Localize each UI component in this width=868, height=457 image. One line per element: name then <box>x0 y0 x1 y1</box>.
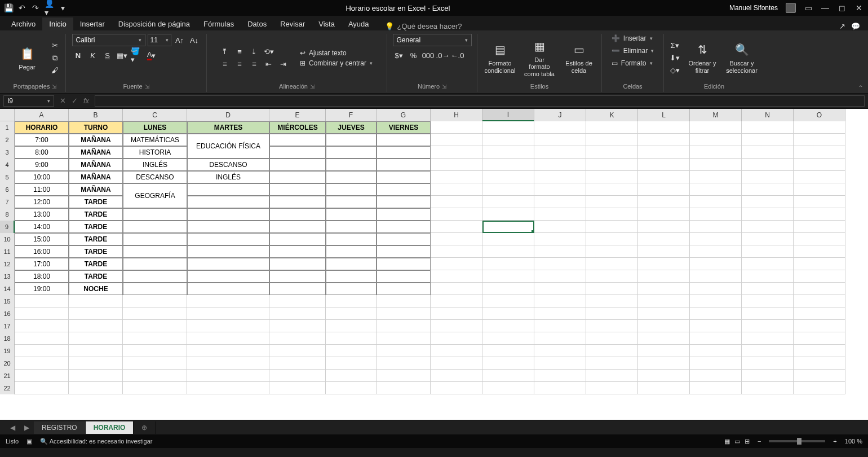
cell-J12[interactable] <box>534 258 586 270</box>
cell-I17[interactable] <box>482 320 534 332</box>
cell-O15[interactable] <box>794 295 845 307</box>
cell-O18[interactable] <box>794 332 845 345</box>
cell-M17[interactable] <box>690 320 742 332</box>
cell-D4[interactable]: DESCANSO <box>187 159 269 171</box>
cell-N3[interactable] <box>742 146 794 159</box>
cell-O16[interactable] <box>794 307 845 320</box>
view-normal-icon[interactable]: ▦ <box>724 438 730 445</box>
cell-B16[interactable] <box>69 307 123 320</box>
cell-K4[interactable] <box>586 159 638 171</box>
cell-K18[interactable] <box>586 332 638 345</box>
cell-H17[interactable] <box>431 320 482 332</box>
cell-I11[interactable] <box>482 245 534 258</box>
cell-N14[interactable] <box>742 283 794 295</box>
cell-M22[interactable] <box>690 382 742 394</box>
cell-J14[interactable] <box>534 283 586 295</box>
cell-D11[interactable] <box>187 245 269 258</box>
cell-N21[interactable] <box>742 370 794 382</box>
cell-L10[interactable] <box>638 233 690 245</box>
cell-B3[interactable]: MAÑANA <box>69 146 123 159</box>
cell-H4[interactable] <box>431 159 482 171</box>
cell-B8[interactable]: TARDE <box>69 208 123 221</box>
cell-B15[interactable] <box>69 295 123 307</box>
decrease-font-icon[interactable]: A↓ <box>188 34 201 46</box>
share-icon[interactable]: ↗ <box>839 22 845 30</box>
cell-L18[interactable] <box>638 332 690 345</box>
launcher-icon[interactable]: ⇲ <box>52 84 56 90</box>
cell-K1[interactable] <box>586 121 638 134</box>
cell-A22[interactable] <box>15 382 69 394</box>
number-format-combo[interactable]: General▾ <box>393 34 472 46</box>
cell-G7[interactable] <box>377 196 431 208</box>
cell-I3[interactable] <box>482 146 534 159</box>
row-header-15[interactable]: 15 <box>0 295 15 307</box>
cell-styles-button[interactable]: ▭Estilos de celda <box>561 41 597 74</box>
tab-revisar[interactable]: Revisar <box>273 17 312 30</box>
cell-L19[interactable] <box>638 345 690 357</box>
row-header-16[interactable]: 16 <box>0 307 15 320</box>
cell-J19[interactable] <box>534 345 586 357</box>
cell-D2[interactable]: EDUCACIÓN FÍSICA <box>187 134 269 159</box>
cell-C13[interactable] <box>123 270 187 283</box>
cell-K5[interactable] <box>586 171 638 183</box>
paste-button[interactable]: 📋 Pegar <box>9 45 45 72</box>
cell-K14[interactable] <box>586 283 638 295</box>
tab-datos[interactable]: Datos <box>241 17 273 30</box>
cell-L14[interactable] <box>638 283 690 295</box>
cell-E14[interactable] <box>269 283 326 295</box>
cell-B12[interactable]: TARDE <box>69 258 123 270</box>
cell-B7[interactable]: TARDE <box>69 196 123 208</box>
cell-K20[interactable] <box>586 357 638 370</box>
cell-G5[interactable] <box>377 171 431 183</box>
enter-formula-icon[interactable]: ✓ <box>72 96 78 105</box>
cell-O12[interactable] <box>794 258 845 270</box>
column-header-M[interactable]: M <box>690 109 742 121</box>
font-size-combo[interactable]: 11▾ <box>148 34 171 46</box>
cell-O4[interactable] <box>794 159 845 171</box>
cell-C20[interactable] <box>123 357 187 370</box>
cell-K22[interactable] <box>586 382 638 394</box>
sort-filter-button[interactable]: ⇅Ordenar y filtrar <box>684 41 720 74</box>
cell-M20[interactable] <box>690 357 742 370</box>
cell-K17[interactable] <box>586 320 638 332</box>
find-select-button[interactable]: 🔍Buscar y seleccionar <box>724 41 760 74</box>
avatar[interactable] <box>786 3 796 13</box>
cell-J15[interactable] <box>534 295 586 307</box>
cell-G14[interactable] <box>377 283 431 295</box>
cell-K21[interactable] <box>586 370 638 382</box>
column-header-O[interactable]: O <box>794 109 845 121</box>
cell-L8[interactable] <box>638 208 690 221</box>
cell-D22[interactable] <box>187 382 269 394</box>
indent-decrease-icon[interactable]: ⇤ <box>263 59 275 70</box>
cell-O21[interactable] <box>794 370 845 382</box>
qat-more-icon[interactable]: ▾ <box>59 4 67 12</box>
cell-M5[interactable] <box>690 171 742 183</box>
percent-icon[interactable]: % <box>408 50 420 61</box>
cell-H21[interactable] <box>431 370 482 382</box>
view-pagebreak-icon[interactable]: ⊞ <box>745 438 750 445</box>
cell-F18[interactable] <box>326 332 377 345</box>
cell-H6[interactable] <box>431 183 482 196</box>
cell-H2[interactable] <box>431 134 482 146</box>
autosum-icon[interactable]: Σ▾ <box>668 40 681 51</box>
cell-O2[interactable] <box>794 134 845 146</box>
cell-K9[interactable] <box>586 221 638 233</box>
orientation-icon[interactable]: ⟲▾ <box>263 46 275 58</box>
row-header-20[interactable]: 20 <box>0 357 15 370</box>
macro-record-icon[interactable]: ▣ <box>26 438 32 445</box>
cell-I4[interactable] <box>482 159 534 171</box>
select-all-corner[interactable] <box>0 109 15 121</box>
formula-input[interactable] <box>95 95 865 107</box>
cell-E19[interactable] <box>269 345 326 357</box>
cell-E10[interactable] <box>269 233 326 245</box>
row-header-12[interactable]: 12 <box>0 258 15 270</box>
cell-J1[interactable] <box>534 121 586 134</box>
align-right-icon[interactable]: ≡ <box>248 59 260 70</box>
cell-E15[interactable] <box>269 295 326 307</box>
cell-M15[interactable] <box>690 295 742 307</box>
cell-C14[interactable] <box>123 283 187 295</box>
cell-D17[interactable] <box>187 320 269 332</box>
cell-J16[interactable] <box>534 307 586 320</box>
cell-H1[interactable] <box>431 121 482 134</box>
cell-H16[interactable] <box>431 307 482 320</box>
